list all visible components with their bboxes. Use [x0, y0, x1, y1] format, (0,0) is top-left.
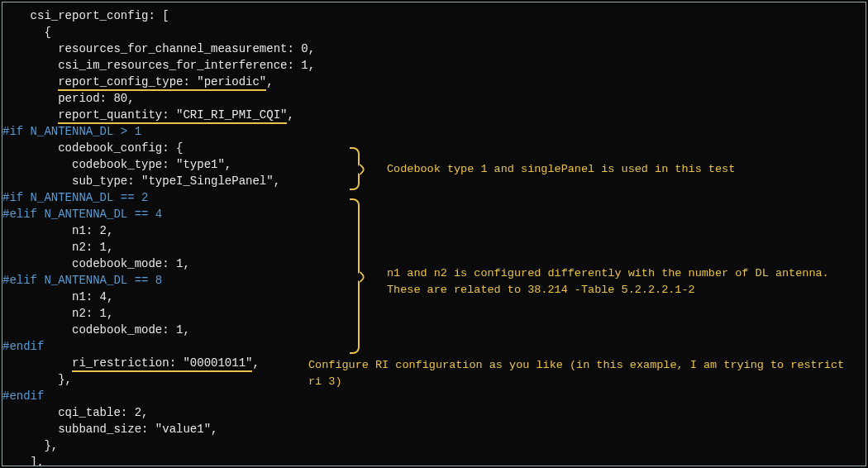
code-line: period: 80,	[2, 90, 866, 107]
preproc-line: #if N_ANTENNA_DL > 1	[2, 123, 866, 140]
code-line: subband_size: "value1",	[2, 421, 866, 437]
brace-icon	[350, 198, 360, 354]
code-line: n2: 1,	[2, 239, 866, 255]
underline-report-config-type: report_config_type: "periodic"	[58, 75, 266, 91]
code-line: codebook_config: {	[2, 140, 866, 156]
code-line: ],	[2, 454, 866, 466]
annotation-ri: Configure RI configuration as you like (…	[308, 357, 854, 389]
preproc-line: #if N_ANTENNA_DL == 2	[2, 189, 866, 206]
code-line: n2: 1,	[2, 305, 866, 322]
code-line: n1: 2,	[2, 222, 866, 239]
code-frame: csi_report_config: [ { resources_for_cha…	[2, 2, 866, 466]
code-line: codebook_mode: 1,	[2, 322, 866, 338]
underline-ri-restriction: ri_restriction: "00001011"	[72, 356, 252, 372]
preproc-line: #elif N_ANTENNA_DL == 4	[2, 206, 866, 222]
code-line: cqi_table: 2,	[2, 404, 866, 421]
code-line: {	[2, 24, 866, 41]
code-line: },	[2, 437, 866, 454]
code-line: csi_im_resources_for_interference: 1,	[2, 57, 866, 74]
code-line: resources_for_channel_measurement: 0,	[2, 41, 866, 57]
code-line: report_quantity: "CRI_RI_PMI_CQI",	[2, 107, 866, 123]
brace-icon	[350, 147, 360, 190]
annotation-codebook: Codebook type 1 and singlePanel is used …	[387, 161, 850, 178]
underline-report-quantity: report_quantity: "CRI_RI_PMI_CQI"	[58, 108, 287, 124]
code-line: csi_report_config: [	[2, 7, 866, 24]
preproc-line: #endif	[2, 388, 866, 404]
annotation-n1n2: n1 and n2 is configured differently with…	[387, 265, 846, 298]
code-line: report_config_type: "periodic",	[2, 74, 866, 90]
preproc-line: #endif	[2, 338, 866, 355]
